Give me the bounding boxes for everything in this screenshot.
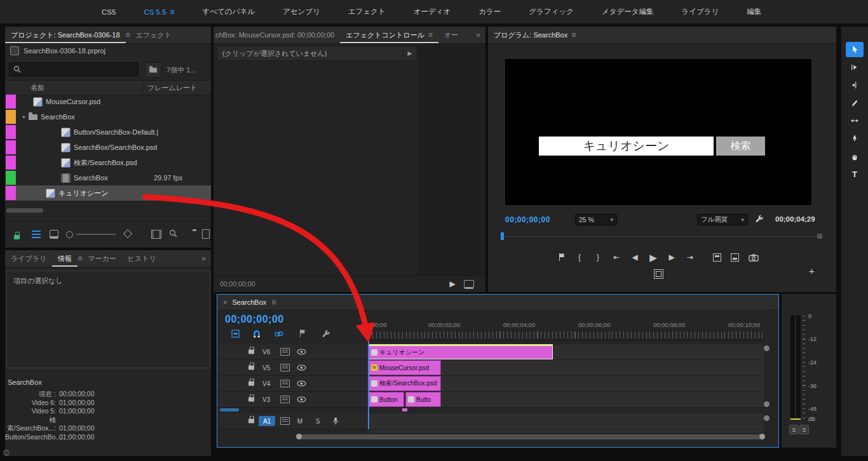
track-lock-icon[interactable] bbox=[248, 419, 254, 424]
panel-menu-icon[interactable]: ≡ bbox=[571, 31, 576, 39]
track-select-tool-button[interactable] bbox=[846, 60, 864, 75]
track-target-v4[interactable]: V4 bbox=[262, 380, 270, 387]
label-color-chip[interactable] bbox=[6, 95, 16, 109]
project-file-row[interactable]: SearchBox-0306-18.prproj bbox=[10, 46, 105, 55]
tab-project[interactable]: プロジェクト: SearchBox-0306-18 bbox=[5, 27, 126, 43]
workspace-tab-metadata[interactable]: メタデータ編集 bbox=[602, 7, 654, 17]
workspace-tab-color[interactable]: カラー bbox=[478, 7, 501, 17]
add-marker-icon[interactable] bbox=[299, 329, 306, 338]
sync-lock-icon[interactable] bbox=[280, 396, 290, 403]
zoom-level-select[interactable]: 25 %▾ bbox=[575, 214, 617, 225]
track-output-eye-icon[interactable] bbox=[297, 380, 306, 387]
tab-effect-controls[interactable]: エフェクトコントロール≡ bbox=[340, 27, 438, 43]
zoom-scrollbar-right-handle[interactable] bbox=[759, 434, 765, 439]
panel-menu-icon[interactable]: ≡ bbox=[428, 31, 433, 39]
slip-tool-button[interactable] bbox=[846, 113, 864, 128]
tab-source-monitor[interactable]: chBox: MouseCursor.psd: 00;00;00;00 bbox=[214, 27, 340, 43]
label-color-chip[interactable] bbox=[6, 125, 16, 139]
clip-fx-badge-icon[interactable] bbox=[371, 396, 377, 403]
vertical-scrollbar-handle[interactable] bbox=[764, 401, 770, 407]
vertical-scrollbar-handle[interactable] bbox=[764, 345, 770, 351]
workspace-tab-effects[interactable]: エフェクト bbox=[348, 7, 386, 17]
track-target-v3[interactable]: V3 bbox=[262, 396, 270, 403]
workspace-tab-all-panels[interactable]: すべてのパネル bbox=[203, 7, 255, 17]
timeline-clip-kensaku[interactable]: 検索/SearchBox.psd bbox=[369, 376, 441, 391]
play-button[interactable]: ▶ bbox=[649, 253, 658, 262]
tab-libraries[interactable]: ライブラリ bbox=[5, 250, 52, 267]
snap-magnet-icon[interactable] bbox=[253, 330, 261, 338]
timeline-zoom-scrollbar[interactable] bbox=[297, 434, 764, 439]
track-header-scrollbar[interactable] bbox=[220, 408, 239, 411]
label-color-chip[interactable] bbox=[6, 186, 16, 200]
vertical-scrollbar-handle[interactable] bbox=[764, 415, 770, 421]
program-video-area[interactable]: キュリオシーン 検索 bbox=[505, 59, 811, 205]
timeline-clip-kyurioscene[interactable]: キュリオシーン bbox=[369, 344, 553, 359]
zoom-scrollbar-left-handle[interactable] bbox=[296, 434, 302, 439]
track-lock-icon[interactable] bbox=[248, 366, 254, 370]
play-icon[interactable]: ▶ bbox=[448, 280, 457, 288]
button-editor-plus-button[interactable]: + bbox=[809, 265, 815, 276]
scrubber-end-handle[interactable] bbox=[817, 234, 822, 239]
nest-toggle-icon[interactable] bbox=[231, 330, 240, 338]
project-row-searchbox-sequence[interactable]: SearchBox 29.97 fps bbox=[5, 170, 211, 185]
zoom-out-icon[interactable] bbox=[66, 231, 73, 238]
search-input[interactable] bbox=[25, 65, 134, 74]
tab-info[interactable]: 情報 bbox=[52, 250, 78, 267]
label-color-chip[interactable] bbox=[6, 110, 16, 124]
track-target-v6[interactable]: V6 bbox=[262, 349, 270, 356]
track-output-eye-icon[interactable] bbox=[297, 396, 306, 403]
project-row-searchbox-psd[interactable]: SearchBox/SearchBox.psd bbox=[5, 140, 211, 155]
tab-effects[interactable]: エフェクト bbox=[130, 27, 177, 43]
project-row-mousecursor[interactable]: MouseCursor.psd bbox=[5, 94, 211, 109]
solo-right-button[interactable]: S bbox=[799, 425, 809, 434]
razor-tool-button[interactable] bbox=[846, 95, 864, 110]
workspace-tab-cs55-active[interactable]: CS 5.5 ≡ bbox=[144, 8, 174, 16]
track-lock-icon[interactable] bbox=[248, 350, 254, 354]
zoom-slider[interactable] bbox=[76, 234, 116, 235]
search-bin-button[interactable] bbox=[145, 62, 161, 77]
program-current-timecode[interactable]: 00;00;00;00 bbox=[505, 215, 550, 224]
column-framerate-label[interactable]: フレームレート bbox=[147, 83, 197, 93]
label-color-chip[interactable] bbox=[6, 171, 16, 185]
project-search-field[interactable] bbox=[9, 62, 139, 76]
panel-menu-icon[interactable]: ≡ bbox=[126, 31, 130, 39]
voiceover-mic-icon[interactable] bbox=[332, 417, 339, 425]
project-row-searchbox-bin[interactable]: ▼ SearchBox bbox=[5, 109, 211, 124]
ripple-edit-tool-button[interactable] bbox=[846, 77, 864, 93]
new-item-button[interactable] bbox=[202, 229, 210, 239]
panel-menu-icon[interactable]: ≡ bbox=[78, 255, 82, 262]
solo-button[interactable]: S bbox=[313, 418, 322, 425]
clip-fx-badge-icon[interactable] bbox=[371, 380, 377, 387]
expand-chevron-icon[interactable]: ▼ bbox=[22, 115, 26, 119]
tab-overflow-icon[interactable]: » bbox=[476, 30, 485, 39]
workspace-menu-icon[interactable]: ≡ bbox=[170, 8, 175, 16]
solo-left-button[interactable]: S bbox=[789, 425, 799, 434]
timeline-clip-button-2[interactable]: Butto bbox=[405, 392, 441, 407]
settings-wrench-icon[interactable] bbox=[755, 215, 764, 224]
close-icon[interactable]: × bbox=[223, 298, 227, 306]
mark-in-button[interactable]: { bbox=[575, 253, 584, 261]
pen-tool-button[interactable] bbox=[846, 131, 864, 146]
mute-button[interactable]: M bbox=[295, 418, 304, 425]
step-forward-button[interactable]: ▶ bbox=[667, 253, 676, 261]
sync-lock-icon[interactable] bbox=[280, 380, 290, 387]
linked-selection-icon[interactable] bbox=[275, 330, 283, 338]
column-divider[interactable] bbox=[142, 81, 143, 95]
track-target-a1[interactable]: A1 bbox=[259, 416, 275, 426]
track-output-eye-icon[interactable] bbox=[297, 349, 306, 355]
output-icon[interactable] bbox=[464, 280, 474, 288]
tab-history[interactable]: ヒストリ bbox=[122, 250, 162, 267]
timeline-settings-wrench-icon[interactable] bbox=[322, 330, 330, 338]
project-column-header[interactable]: 名前 フレームレート bbox=[5, 80, 211, 95]
panel-menu-icon[interactable]: ≡ bbox=[271, 298, 276, 306]
go-to-in-button[interactable]: ⇤ bbox=[612, 253, 621, 261]
playback-quality-select[interactable]: フル画質▾ bbox=[697, 214, 748, 225]
clip-fx-badge-icon[interactable]: fx bbox=[371, 364, 377, 371]
workspace-tab-editing[interactable]: 編集 bbox=[747, 7, 761, 17]
sync-lock-icon[interactable] bbox=[280, 417, 290, 425]
workspace-tab-graphics[interactable]: グラフィック bbox=[529, 7, 574, 17]
sync-lock-icon[interactable] bbox=[280, 364, 290, 371]
workspace-tab-assembly[interactable]: アセンブリ bbox=[283, 7, 320, 17]
list-view-button[interactable] bbox=[32, 230, 41, 238]
track-output-eye-icon[interactable] bbox=[297, 364, 306, 371]
